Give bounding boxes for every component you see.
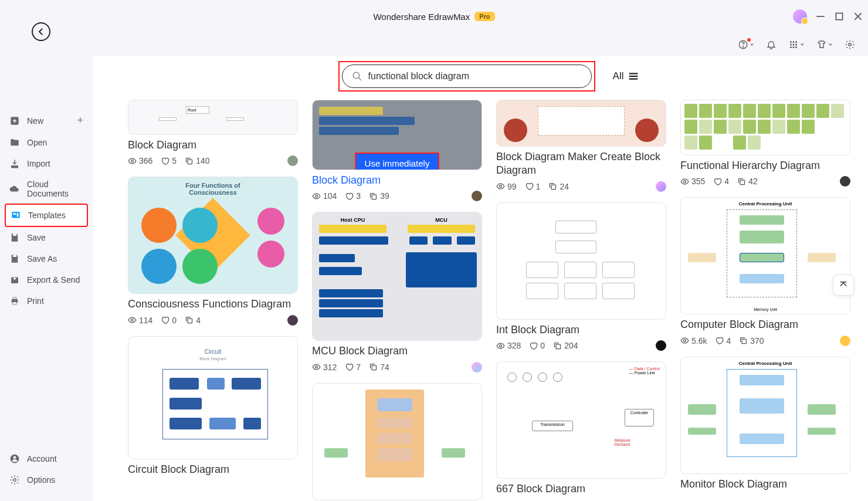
copy-icon — [548, 182, 557, 191]
scroll-top-button[interactable] — [833, 275, 854, 296]
author-avatar — [840, 176, 850, 187]
template-card[interactable]: — Data / Control— Power Line Controller … — [496, 361, 666, 496]
apps-icon[interactable] — [788, 39, 805, 50]
sidebar-item-label: Export & Send — [27, 275, 80, 285]
bell-icon[interactable] — [766, 39, 777, 50]
sidebar-item-export[interactable]: Export & Send — [5, 269, 88, 290]
svg-point-14 — [795, 46, 797, 48]
author-avatar — [472, 362, 482, 373]
svg-rect-44 — [556, 344, 561, 349]
svg-rect-42 — [551, 185, 556, 189]
template-card[interactable]: Host CPUMCU MCU Block Diagram 312 7 — [312, 212, 482, 372]
template-card[interactable]: Root Block Diagram 366 5 140 — [128, 100, 298, 166]
card-title: Int Block Diagram — [496, 323, 666, 337]
sidebar-item-cloud[interactable]: Cloud Documents — [5, 174, 88, 204]
heart-icon — [715, 336, 724, 345]
template-card[interactable]: Block Diagram Maker Create Block Diagram… — [496, 100, 666, 192]
svg-point-33 — [131, 160, 134, 163]
svg-point-41 — [500, 185, 502, 188]
save-as-icon — [9, 253, 20, 264]
sidebar-item-options[interactable]: Options — [5, 469, 88, 490]
svg-rect-25 — [13, 302, 16, 305]
content-area: All Root Block Diagram 366 5 140 — [93, 56, 868, 501]
sidebar-item-label: Cloud Documents — [27, 180, 83, 198]
heart-icon — [345, 192, 354, 201]
tshirt-icon[interactable] — [816, 39, 833, 50]
sidebar-item-templates[interactable]: Templates — [5, 204, 88, 227]
heart-icon — [161, 316, 169, 324]
gear-icon — [9, 475, 20, 485]
maximize-button[interactable] — [834, 11, 845, 22]
eye-icon — [128, 316, 137, 324]
template-card[interactable]: Four Functions ofConsciousness Conscious… — [128, 177, 298, 325]
sidebar-item-print[interactable]: Print — [5, 290, 88, 312]
gear-icon[interactable] — [845, 39, 855, 50]
author-avatar — [287, 315, 298, 326]
minimize-button[interactable] — [815, 11, 826, 22]
sidebar-item-save-as[interactable]: Save As — [5, 248, 88, 269]
template-card[interactable]: Int Block Diagram 328 0 204 — [496, 202, 666, 351]
svg-point-47 — [684, 340, 686, 342]
template-thumb — [496, 202, 666, 320]
svg-point-5 — [742, 46, 743, 47]
template-card[interactable]: Central Processing Unit Monitor Block Di… — [680, 357, 850, 491]
svg-point-8 — [795, 41, 797, 43]
sidebar-item-label: Save As — [27, 254, 57, 263]
search-input[interactable] — [368, 71, 582, 82]
filter-all-button[interactable]: All — [613, 70, 640, 83]
heart-icon — [345, 363, 354, 371]
toolbar — [0, 33, 868, 56]
svg-point-45 — [684, 181, 686, 183]
sidebar-item-open[interactable]: Open — [5, 132, 88, 153]
save-icon — [9, 232, 20, 243]
template-card[interactable]: Functional Hierarchy Diagram 355 4 42 — [680, 100, 850, 187]
template-card[interactable] — [312, 383, 482, 500]
author-avatar — [656, 340, 666, 351]
card-title: Circuit Block Diagram — [128, 463, 298, 476]
svg-point-35 — [131, 319, 134, 321]
card-title: 667 Block Diagram — [496, 482, 666, 496]
svg-point-9 — [790, 44, 792, 46]
user-avatar-icon[interactable] — [793, 9, 807, 23]
sidebar-item-save[interactable]: Save — [5, 227, 88, 248]
card-title: MCU Block Diagram — [312, 344, 482, 358]
cloud-icon — [9, 184, 20, 194]
svg-point-11 — [795, 44, 797, 46]
svg-point-28 — [13, 479, 16, 482]
sidebar-item-label: Templates — [28, 211, 66, 220]
plus-icon[interactable]: + — [77, 114, 83, 127]
plus-square-icon — [9, 116, 20, 126]
close-button[interactable] — [853, 11, 863, 22]
svg-point-37 — [316, 195, 318, 198]
back-button[interactable] — [32, 22, 50, 41]
sidebar-item-account[interactable]: Account — [5, 448, 88, 469]
svg-rect-21 — [13, 255, 16, 257]
use-immediately-button[interactable]: Use immediately — [355, 153, 439, 170]
sidebar-item-import[interactable]: Import — [5, 153, 88, 174]
sidebar-item-label: New — [27, 116, 43, 126]
card-title: Monitor Block Diagram — [680, 478, 850, 491]
copy-icon — [739, 336, 748, 345]
author-avatar — [287, 155, 298, 166]
heart-icon — [525, 182, 534, 191]
template-card[interactable]: CircuitBlock Diagram Circuit Block Diagr… — [128, 336, 298, 476]
card-title: Block Diagram — [128, 138, 298, 152]
card-stats: 5.6k 4 370 — [680, 336, 850, 346]
sidebar-item-label: Account — [27, 454, 57, 463]
svg-rect-48 — [742, 339, 747, 344]
template-card[interactable]: Central Processing Unit Memory Unit Comp… — [680, 197, 850, 346]
sidebar-item-label: Print — [27, 296, 44, 306]
card-stats: 355 4 42 — [680, 176, 850, 187]
sidebar-item-new[interactable]: New + — [5, 109, 88, 132]
svg-rect-34 — [188, 160, 192, 164]
eye-icon — [312, 192, 321, 201]
svg-point-29 — [353, 72, 360, 79]
folder-icon — [9, 137, 20, 148]
title-bar: Wondershare EdrawMax Pro — [0, 0, 868, 33]
template-card[interactable]: Use immediately Block Diagram 104 3 39 — [312, 100, 482, 201]
svg-point-13 — [793, 46, 795, 48]
search-highlight — [338, 61, 595, 92]
svg-rect-36 — [188, 319, 192, 323]
search-box[interactable] — [342, 65, 592, 88]
help-icon[interactable] — [738, 39, 754, 50]
